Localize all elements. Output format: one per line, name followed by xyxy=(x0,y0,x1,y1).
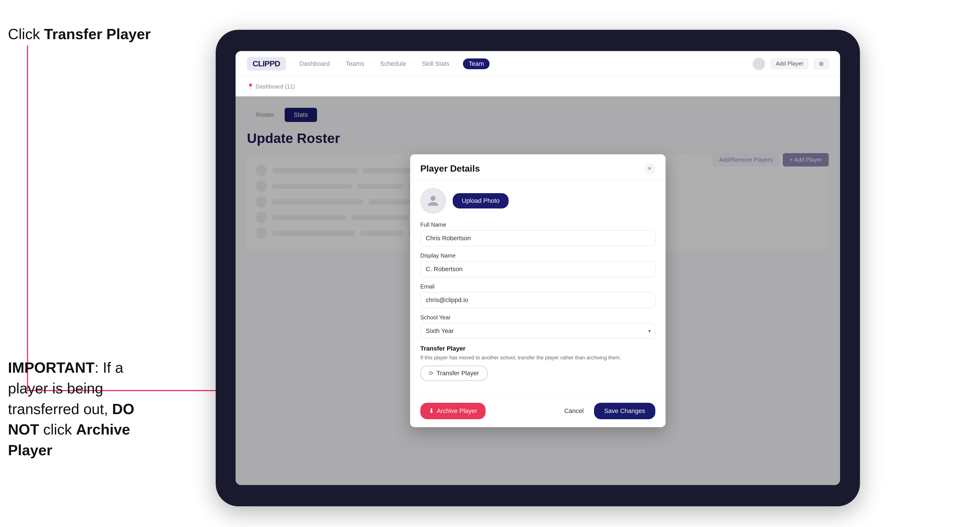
nav-team[interactable]: Team xyxy=(463,59,490,69)
close-icon: × xyxy=(648,165,652,172)
school-year-select-wrapper: First Year Second Year Third Year Fourth… xyxy=(420,323,655,339)
modal-body: Upload Photo Full Name Display Name xyxy=(410,180,665,397)
player-details-modal: Player Details × xyxy=(410,154,665,427)
breadcrumb-text: 📍 xyxy=(247,83,256,90)
transfer-player-section: Transfer Player If this player has moved… xyxy=(420,345,655,381)
upload-photo-button[interactable]: Upload Photo xyxy=(453,193,509,208)
archive-player-button[interactable]: ⬇ Archive Player xyxy=(420,403,485,419)
modal-close-button[interactable]: × xyxy=(644,163,655,174)
modal-header: Player Details × xyxy=(410,154,665,180)
person-icon xyxy=(427,195,439,207)
tablet-screen: CLIPPD Dashboard Teams Schedule Skill St… xyxy=(235,51,840,485)
instruction-bottom: IMPORTANT: If a player is being transfer… xyxy=(8,357,161,460)
sub-header: 📍 Dashboard (11) xyxy=(235,76,840,97)
modal-footer: ⬇ Archive Player Cancel Save Changes xyxy=(410,397,665,427)
settings-btn[interactable]: ⚙ xyxy=(814,59,829,69)
save-changes-button[interactable]: Save Changes xyxy=(594,403,655,419)
email-input[interactable] xyxy=(420,292,655,308)
nav-skill-stats[interactable]: Skill Stats xyxy=(420,59,452,69)
transfer-player-label: Transfer Player xyxy=(420,345,655,352)
nav-schedule[interactable]: Schedule xyxy=(378,59,409,69)
nav-teams[interactable]: Teams xyxy=(344,59,366,69)
photo-upload-row: Upload Photo xyxy=(420,188,655,214)
school-year-group: School Year First Year Second Year Third… xyxy=(420,314,655,339)
full-name-group: Full Name xyxy=(420,222,655,246)
breadcrumb: 📍 Dashboard (11) xyxy=(247,83,295,90)
header-right: Add Player ⚙ xyxy=(752,57,829,70)
transfer-btn-label: Transfer Player xyxy=(436,370,479,377)
nav-dashboard[interactable]: Dashboard xyxy=(297,59,332,69)
display-name-group: Display Name xyxy=(420,252,655,277)
transfer-player-button[interactable]: ⟳ Transfer Player xyxy=(420,366,488,381)
modal-title: Player Details xyxy=(420,163,480,174)
important-label: IMPORTANT xyxy=(8,359,94,376)
archive-btn-label: Archive Player xyxy=(437,407,477,415)
full-name-label: Full Name xyxy=(420,222,655,228)
content-area: Roster Stats Update Roster xyxy=(235,97,840,485)
breadcrumb-label: Dashboard (11) xyxy=(256,83,295,90)
instruction-suffix: click xyxy=(39,421,76,438)
email-label: Email xyxy=(420,283,655,290)
instruction-prefix: Click xyxy=(8,26,44,42)
school-year-select[interactable]: First Year Second Year Third Year Fourth… xyxy=(420,323,655,339)
instruction-top: Click Transfer Player xyxy=(8,25,151,43)
transfer-player-description: If this player has moved to another scho… xyxy=(420,354,655,362)
tablet-device: CLIPPD Dashboard Teams Schedule Skill St… xyxy=(216,30,860,506)
arrow-vertical-line xyxy=(27,45,28,391)
app-header: CLIPPD Dashboard Teams Schedule Skill St… xyxy=(235,51,840,76)
instruction-bold: Transfer Player xyxy=(44,26,151,42)
modal-overlay: Player Details × xyxy=(235,97,840,485)
display-name-label: Display Name xyxy=(420,252,655,259)
email-group: Email xyxy=(420,283,655,308)
app-logo: CLIPPD xyxy=(247,57,286,71)
display-name-input[interactable] xyxy=(420,261,655,277)
player-avatar xyxy=(420,188,446,214)
cancel-button[interactable]: Cancel xyxy=(558,403,589,419)
add-player-header-btn[interactable]: Add Player xyxy=(771,59,808,69)
transfer-icon: ⟳ xyxy=(429,370,434,377)
full-name-input[interactable] xyxy=(420,230,655,246)
archive-icon: ⬇ xyxy=(429,407,434,415)
user-avatar xyxy=(752,57,765,70)
school-year-label: School Year xyxy=(420,314,655,321)
